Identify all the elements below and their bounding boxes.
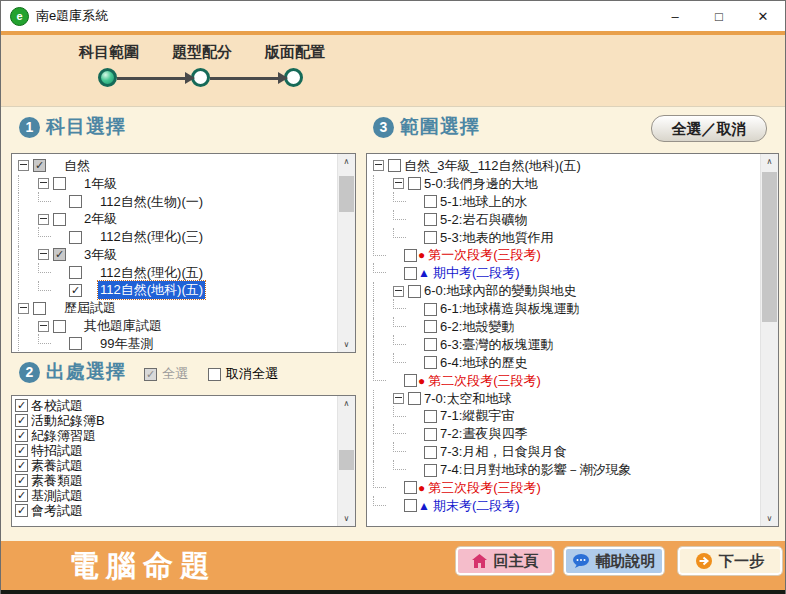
collapse-icon[interactable]: [38, 214, 49, 225]
tree-item[interactable]: ✓3年級: [18, 246, 338, 264]
checkbox-icon[interactable]: [424, 213, 437, 226]
tree-item[interactable]: 其他題庫試題: [18, 317, 338, 335]
tree-item[interactable]: 99年基測: [18, 335, 338, 352]
minimize-button[interactable]: –: [653, 1, 697, 31]
checkbox-icon[interactable]: [424, 303, 437, 316]
tree-item[interactable]: 7-1:縱觀宇宙: [373, 407, 761, 425]
maximize-button[interactable]: □: [697, 1, 741, 31]
checkbox-icon[interactable]: ✓: [15, 459, 28, 472]
checkbox-icon[interactable]: [208, 368, 221, 381]
tree-item[interactable]: ▲期末考(二段考): [373, 497, 761, 515]
checkbox-icon[interactable]: [388, 159, 401, 172]
tree-item[interactable]: 5-3:地表的地質作用: [373, 229, 761, 247]
collapse-icon[interactable]: [393, 286, 404, 297]
collapse-icon[interactable]: [393, 393, 404, 404]
checkbox-icon[interactable]: [404, 374, 417, 387]
checkbox-icon[interactable]: ✓: [15, 399, 28, 412]
tree-item[interactable]: 7-4:日月對地球的影響－潮汐現象: [373, 461, 761, 479]
tree-item[interactable]: 1年級: [18, 175, 338, 193]
checkbox-icon[interactable]: ✓: [15, 414, 28, 427]
tree-item[interactable]: 6-3:臺灣的板塊運動: [373, 336, 761, 354]
checkbox-icon[interactable]: ✓: [33, 159, 46, 172]
checkbox-icon[interactable]: [424, 231, 437, 244]
tree-item[interactable]: ●第三次段考(三段考): [373, 479, 761, 497]
checkbox-icon[interactable]: ✓: [15, 429, 28, 442]
checkbox-icon[interactable]: [404, 267, 417, 280]
select-all-toggle-button[interactable]: 全選／取消: [651, 115, 767, 142]
tree-item[interactable]: 2年級: [18, 210, 338, 228]
scroll-up-icon[interactable]: ∧: [338, 154, 355, 169]
scroll-down-icon[interactable]: ∨: [338, 511, 355, 526]
checkbox-icon[interactable]: ✓: [53, 248, 66, 261]
range-tree-scrollbar[interactable]: ∧ ∨: [760, 154, 778, 526]
tree-item[interactable]: 7-2:晝夜與四季: [373, 425, 761, 443]
checkbox-icon[interactable]: [408, 285, 421, 298]
checkbox-icon[interactable]: [424, 356, 437, 369]
checkbox-icon[interactable]: [69, 195, 82, 208]
scroll-down-icon[interactable]: ∨: [761, 511, 778, 526]
checkbox-icon[interactable]: [408, 177, 421, 190]
checkbox-icon[interactable]: ✓: [144, 368, 157, 381]
checkbox-icon[interactable]: [69, 231, 82, 244]
scrollbar-thumb[interactable]: [762, 172, 777, 322]
tree-item[interactable]: 7-0:太空和地球: [373, 390, 761, 408]
help-button[interactable]: 輔助說明: [564, 547, 664, 575]
checkbox-icon[interactable]: [424, 410, 437, 423]
source-list-item[interactable]: ✓會考試題: [15, 503, 338, 518]
collapse-icon[interactable]: [38, 178, 49, 189]
tree-item[interactable]: 5-0:我們身邊的大地: [373, 175, 761, 193]
tree-item[interactable]: 6-0:地球內部的變動與地史: [373, 282, 761, 300]
checkbox-icon[interactable]: [408, 392, 421, 405]
home-button[interactable]: 回主頁: [456, 547, 554, 575]
deselect-all-checkbox[interactable]: 取消全選: [208, 365, 278, 383]
tree-item[interactable]: 112自然(理化)(五): [18, 264, 338, 282]
checkbox-icon[interactable]: [69, 266, 82, 279]
tree-item[interactable]: ✓自然: [18, 157, 338, 175]
checkbox-icon[interactable]: ✓: [15, 474, 28, 487]
tree-item[interactable]: 7-3:月相，日食與月食: [373, 443, 761, 461]
checkbox-icon[interactable]: [424, 195, 437, 208]
scroll-down-icon[interactable]: ∨: [338, 337, 355, 352]
checkbox-icon[interactable]: [424, 464, 437, 477]
tree-item[interactable]: 6-2:地殼變動: [373, 318, 761, 336]
checkbox-icon[interactable]: [404, 249, 417, 262]
collapse-icon[interactable]: [373, 160, 384, 171]
collapse-icon[interactable]: [38, 321, 49, 332]
tree-item[interactable]: 112自然(生物)(一): [18, 193, 338, 211]
tree-item[interactable]: ✓112自然(地科)(五): [18, 282, 338, 300]
tree-item[interactable]: 自然_3年級_112自然(地科)(五): [373, 157, 761, 175]
checkbox-icon[interactable]: [69, 337, 82, 350]
tree-item[interactable]: 5-2:岩石與礦物: [373, 211, 761, 229]
checkbox-icon[interactable]: [424, 338, 437, 351]
subject-tree-scrollbar[interactable]: ∧ ∨: [337, 154, 355, 352]
checkbox-icon[interactable]: [33, 302, 46, 315]
collapse-icon[interactable]: [18, 303, 29, 314]
tree-item[interactable]: ●第一次段考(三段考): [373, 246, 761, 264]
collapse-icon[interactable]: [38, 249, 49, 260]
checkbox-icon[interactable]: ✓: [15, 489, 28, 502]
tree-item[interactable]: ●第二次段考(三段考): [373, 372, 761, 390]
scrollbar-thumb[interactable]: [339, 176, 354, 212]
scroll-up-icon[interactable]: ∧: [761, 154, 778, 169]
checkbox-icon[interactable]: [53, 213, 66, 226]
tree-item[interactable]: 6-1:地球構造與板塊運動: [373, 300, 761, 318]
tree-item[interactable]: 5-1:地球上的水: [373, 193, 761, 211]
tree-item[interactable]: 112自然(理化)(三): [18, 228, 338, 246]
scroll-up-icon[interactable]: ∧: [338, 396, 355, 411]
close-button[interactable]: ✕: [741, 1, 785, 31]
tree-item[interactable]: 6-4:地球的歷史: [373, 354, 761, 372]
checkbox-icon[interactable]: ✓: [15, 444, 28, 457]
collapse-icon[interactable]: [18, 160, 29, 171]
tree-item[interactable]: ▲期中考(二段考): [373, 264, 761, 282]
checkbox-icon[interactable]: [424, 428, 437, 441]
checkbox-icon[interactable]: [424, 320, 437, 333]
checkbox-icon[interactable]: [404, 481, 417, 494]
next-step-button[interactable]: 下一步: [678, 547, 782, 575]
tree-item[interactable]: 歷屆試題: [18, 299, 338, 317]
checkbox-icon[interactable]: [424, 446, 437, 459]
checkbox-icon[interactable]: [53, 320, 66, 333]
collapse-icon[interactable]: [393, 178, 404, 189]
select-all-checkbox[interactable]: ✓ 全選: [144, 365, 188, 383]
source-list-scrollbar[interactable]: ∧ ∨: [337, 396, 355, 526]
checkbox-icon[interactable]: ✓: [69, 284, 82, 297]
